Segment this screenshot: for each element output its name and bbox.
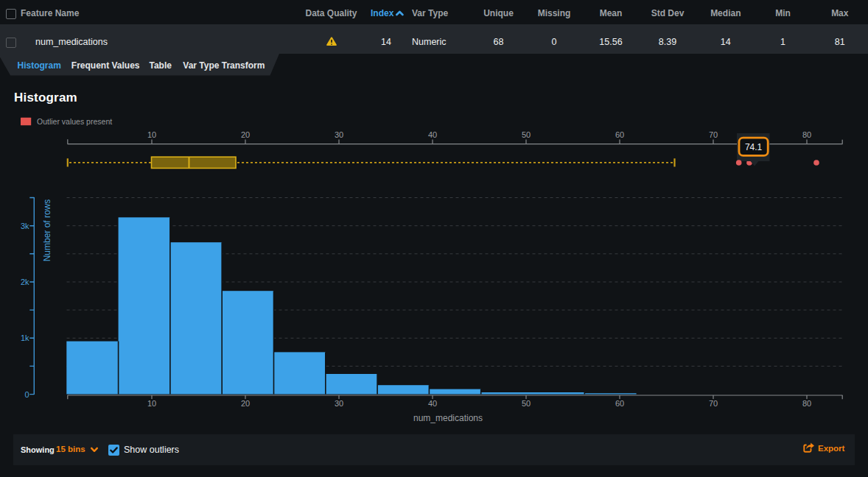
svg-text:20: 20	[241, 399, 250, 408]
svg-text:Number of rows: Number of rows	[42, 199, 52, 262]
svg-text:40: 40	[428, 130, 437, 139]
svg-text:60: 60	[615, 399, 624, 408]
svg-text:74.1: 74.1	[745, 142, 763, 152]
svg-text:50: 50	[522, 399, 531, 408]
svg-text:1k: 1k	[21, 333, 29, 342]
svg-text:10: 10	[147, 130, 156, 139]
svg-text:70: 70	[709, 399, 718, 408]
svg-text:2k: 2k	[21, 278, 29, 286]
svg-text:30: 30	[335, 130, 343, 139]
svg-text:40: 40	[428, 399, 437, 408]
svg-text:20: 20	[241, 130, 250, 139]
svg-text:30: 30	[335, 399, 343, 408]
svg-text:0: 0	[24, 390, 29, 399]
svg-text:70: 70	[709, 130, 718, 139]
svg-text:10: 10	[147, 399, 156, 408]
svg-text:80: 80	[802, 130, 811, 139]
svg-text:80: 80	[802, 399, 811, 408]
svg-text:60: 60	[615, 130, 624, 139]
svg-text:Outlier values present: Outlier values present	[37, 117, 112, 126]
svg-text:3k: 3k	[21, 222, 29, 230]
svg-text:50: 50	[522, 130, 531, 139]
svg-text:num_medications: num_medications	[413, 413, 483, 423]
